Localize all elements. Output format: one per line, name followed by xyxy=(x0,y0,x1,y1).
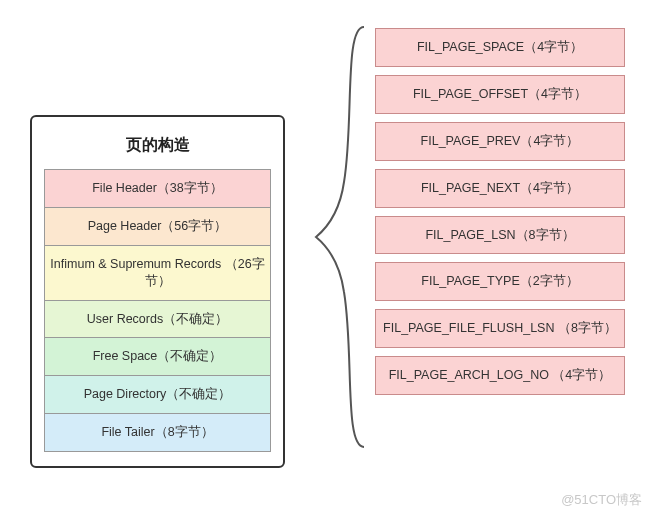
row-fil-page-offset: FIL_PAGE_OFFSET（4字节） xyxy=(375,75,625,114)
page-structure-panel: 页的构造 File Header（38字节） Page Header（56字节）… xyxy=(30,115,285,468)
row-file-header: File Header（38字节） xyxy=(44,169,271,208)
row-fil-page-lsn: FIL_PAGE_LSN（8字节） xyxy=(375,216,625,255)
brace-icon xyxy=(314,22,374,452)
row-user-records: User Records（不确定） xyxy=(44,300,271,339)
row-file-tailer: File Tailer（8字节） xyxy=(44,413,271,452)
row-fil-page-file-flush-lsn: FIL_PAGE_FILE_FLUSH_LSN （8字节） xyxy=(375,309,625,348)
watermark: @51CTO博客 xyxy=(561,491,642,509)
row-free-space: Free Space（不确定） xyxy=(44,337,271,376)
row-infimum-supremum: Infimum & Supremum Records （26字节） xyxy=(44,245,271,301)
row-fil-page-type: FIL_PAGE_TYPE（2字节） xyxy=(375,262,625,301)
row-fil-page-space: FIL_PAGE_SPACE（4字节） xyxy=(375,28,625,67)
row-fil-page-prev: FIL_PAGE_PREV（4字节） xyxy=(375,122,625,161)
file-header-detail-panel: FIL_PAGE_SPACE（4字节） FIL_PAGE_OFFSET（4字节）… xyxy=(375,28,625,403)
row-fil-page-next: FIL_PAGE_NEXT（4字节） xyxy=(375,169,625,208)
page-structure-title: 页的构造 xyxy=(44,129,271,170)
row-page-header: Page Header（56字节） xyxy=(44,207,271,246)
row-fil-page-arch-log-no: FIL_PAGE_ARCH_LOG_NO （4字节） xyxy=(375,356,625,395)
row-page-directory: Page Directory（不确定） xyxy=(44,375,271,414)
